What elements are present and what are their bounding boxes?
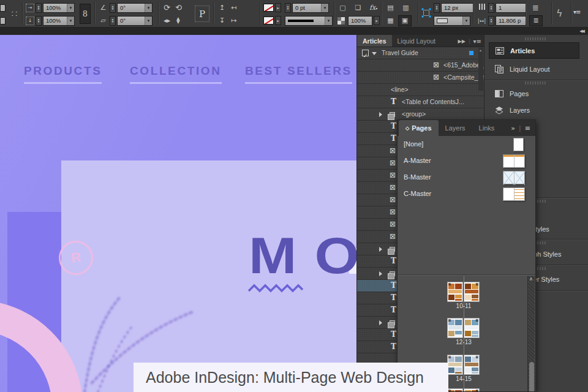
dock-button-articles[interactable]: Articles [489,42,579,59]
article-row[interactable]: T<Table of ContentsJ... [357,96,484,108]
frame-fitting-dropdown[interactable]: ▼ [434,16,470,26]
rotate-cw-icon[interactable]: ⟳ [162,3,172,12]
scroll-up-icon[interactable]: ∧ [529,276,533,282]
spread-thumbnail[interactable]: BB [447,282,480,302]
dropdown-arrow-icon[interactable]: ▼ [321,4,328,12]
swatch-partial-icon[interactable] [0,17,6,24]
tab-layers[interactable]: Layers [439,120,472,136]
dropdown-arrow-icon[interactable]: ▼ [145,4,152,12]
select-container-icon[interactable]: ↥ [217,4,227,12]
dropdown-arrow-icon[interactable]: ▼ [145,17,152,25]
collapse-dock-icon[interactable]: ◀◀ [579,29,584,34]
select-next-icon[interactable]: ↦ [228,17,239,24]
panel-collapse-icon[interactable]: » [511,124,515,132]
link-scale-button[interactable]: 8 [80,4,91,24]
image-frame-icon: ⊠ [390,157,396,169]
master-row-a[interactable]: A-Master [398,153,535,170]
opacity-flyout-icon[interactable]: ▸ [374,16,380,25]
rotation-field[interactable]: 0°▼ [117,3,153,13]
article-row[interactable]: ✓Travel Guide [357,47,484,59]
gutter-field[interactable]: 11.806 p [496,16,526,26]
constrain-proportions-icon[interactable]: ⸬ [9,9,20,18]
fill-flyout-icon[interactable]: ▸ [275,16,281,25]
dock-header-strip: ◀◀ [0,28,588,35]
dropdown-arrow-icon[interactable]: ▼ [462,17,470,25]
rotate-ccw-icon[interactable]: ⟲ [173,3,184,12]
dock-button-liquid-layout[interactable]: Liquid Layout [489,61,579,77]
tab-articles[interactable]: Articles [357,35,392,47]
shear-stepper[interactable]: ▲▼ [110,16,116,26]
scale-y-stepper[interactable]: ▲▼ [36,16,42,26]
text-wrap-off-icon[interactable]: ▤ [385,4,396,12]
article-row[interactable]: ⊠<615_Adobe_AI_Map... [357,59,484,72]
spread-thumbnail[interactable]: BB [447,355,480,375]
shear-field[interactable]: 0°▼ [117,16,153,26]
quick-apply-icon[interactable]: ϟ [556,7,563,19]
corner-radius-stepper[interactable]: ▲▼ [434,3,440,13]
rotation-stepper[interactable]: ▲▼ [110,3,116,13]
master-row-c[interactable]: C-Master [398,186,535,203]
spread-thumbnail[interactable]: BB [447,318,480,338]
stroke-style-dropdown[interactable]: ▼ [285,16,333,26]
panel-collapse-icon[interactable]: ▶▶ [458,39,466,44]
dock-button-pages[interactable]: Pages [489,85,579,102]
article-row[interactable]: <line> [357,84,484,96]
text-wrap-jump-icon[interactable]: ▣ [398,15,412,26]
master-prefix-label: B [476,389,478,392]
text-wrap-object-icon[interactable]: ▦ [385,17,396,24]
panel-menu-icon[interactable]: ≡ [525,124,530,132]
columns-stepper[interactable]: ▲▼ [488,3,494,13]
reference-point-proxy[interactable]: P [195,6,209,22]
flip-horizontal-icon[interactable]: ◂▸ [162,17,172,24]
dock-grip[interactable] [525,37,547,40]
dropdown-arrow-icon[interactable]: ▼ [67,4,74,12]
dropdown-arrow-icon[interactable]: ▼ [325,17,332,25]
scrollbar-thumb[interactable] [529,362,534,391]
drop-shadow-icon[interactable]: ❏ [353,4,363,12]
effects-icon[interactable]: fx▾ [369,4,377,12]
stroke-weight-stepper[interactable]: ▲▼ [285,3,291,13]
align-lines-active-icon[interactable]: ≣ [529,15,543,26]
stroke-flyout-icon[interactable]: ▸ [275,3,281,12]
tab-liquid-layout[interactable]: Liquid Layout [392,35,441,47]
flip-vertical-icon[interactable]: ◂▸ [175,15,183,26]
article-row[interactable]: ⊠<Campsite_Shot06_0... [357,72,484,84]
pages-scrollbar[interactable]: ∧ [527,276,535,391]
master-thumbnail[interactable] [503,154,525,168]
dock-grip[interactable] [525,81,547,85]
stroke-weight-field[interactable]: 0 pt▼ [292,3,329,13]
select-previous-icon[interactable]: ↤ [228,4,239,12]
article-row[interactable]: <group> [357,108,484,121]
dock-button-layers[interactable]: Layers [489,102,579,118]
articles-scrollbar[interactable] [478,48,483,91]
align-lines-icon[interactable]: ≣ [530,3,541,12]
corner-options-icon[interactable]: ▢ [337,4,348,12]
tab-links[interactable]: Links [472,120,502,136]
corner-radius-field[interactable]: 12 px [441,3,474,13]
stroke-none-swatch[interactable] [263,4,274,12]
articles-tabbar: Articles Liquid Layout ▶▶ | ▾≡ [357,35,484,47]
scale-y-field[interactable]: 100%▼ [43,16,75,26]
gutter-stepper[interactable]: ▲▼ [488,16,494,26]
document-canvas[interactable]: PRODUCTS COLLECTION BEST SELLERS MO R [0,35,356,392]
tab-pages[interactable]: ◇ Pages [399,120,439,136]
master-thumbnail[interactable] [503,187,525,201]
scale-x-stepper[interactable]: ▲▼ [36,3,42,13]
spread-thumbnail[interactable]: BB [447,388,480,392]
scale-x-field[interactable]: 100%▼ [43,3,75,13]
fill-none-swatch[interactable] [263,17,274,24]
master-thumbnail[interactable] [513,138,524,151]
panel-menu-icon[interactable]: ▾≡ [573,9,580,15]
scale-y-icon: ↓ [26,17,34,25]
text-wrap-box-icon[interactable]: ▥ [401,4,411,12]
columns-field[interactable]: 1 [496,3,526,13]
dropdown-arrow-icon[interactable]: ▼ [67,17,74,25]
master-row-none[interactable]: [None] [398,137,535,153]
opacity-field[interactable]: 100% [348,16,372,26]
opacity-icon [337,17,345,24]
master-row-b[interactable]: B-Master [398,170,535,186]
select-content-icon[interactable]: ↧ [217,17,227,24]
master-thumbnail[interactable] [503,171,525,184]
panel-menu-icon[interactable]: ▾≡ [473,38,481,45]
swatch-partial-icon[interactable] [0,4,6,12]
